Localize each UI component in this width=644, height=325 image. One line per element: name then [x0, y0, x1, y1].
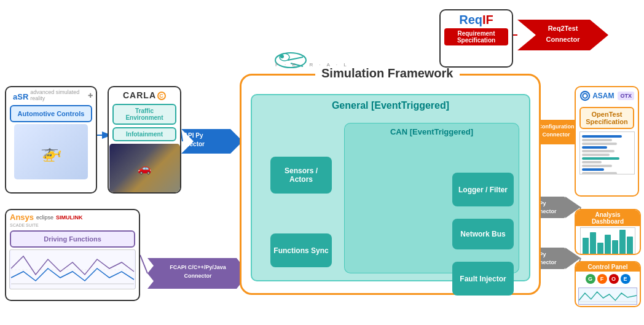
cross-icon: ✚	[88, 92, 93, 99]
opentest-label: OpenTest Specification	[579, 107, 634, 129]
carla-logo: CARLAC	[109, 87, 180, 101]
analysis-dashboard-label: Analysis Dashboard	[576, 210, 640, 226]
infotainment-label: Infotainment	[112, 127, 176, 141]
general-event-box: General [EventTriggered] CAN [EventTrigg…	[251, 94, 530, 281]
logger-filter-box: Logger / Filter	[452, 173, 514, 206]
asam-box: ASAM OTX OpenTest Specification	[575, 86, 639, 197]
feral-subtitle: F · E · R · A · L	[275, 62, 349, 68]
svg-point-31	[280, 55, 284, 58]
fcapi-cpp-arrow	[147, 258, 249, 289]
ansys-text: Ansys	[10, 213, 34, 222]
flying-vehicle-image: 🚁	[14, 124, 88, 179]
req2test-arrow	[517, 20, 608, 50]
feral-logo-icon	[272, 48, 309, 72]
asam-logo-icon	[579, 90, 591, 102]
browser-icons-row: G F O E	[576, 272, 640, 286]
carla-scene-image: 🚗	[109, 144, 180, 193]
reqif-box: ReqIF Requirement Specification	[439, 9, 513, 68]
carla-c-badge: C	[157, 92, 166, 100]
simulation-framework-box: Simulation Framework F · E · R · A · L G…	[240, 74, 541, 295]
ansys-box: Ansys eclipse SIMULINK SCADE SUITE Drivi…	[5, 209, 140, 301]
opentest-lines	[580, 132, 634, 174]
svg-marker-6	[147, 258, 160, 289]
firefox-icon: F	[597, 274, 607, 284]
fault-injector-box: Fault Injector	[452, 262, 514, 296]
svg-point-37	[583, 94, 586, 97]
control-panel-label: Control Panel	[576, 262, 640, 272]
svg-text:FCAPI C/C++/Py/Java: FCAPI C/C++/Py/Java	[170, 264, 227, 270]
reqif-logo: ReqIF	[441, 10, 512, 28]
control-panel-box: Control Panel G F O E	[575, 261, 641, 307]
functions-sync-box: Functions Sync	[270, 233, 332, 267]
ansys-logos-area: Ansys eclipse SIMULINK	[6, 210, 139, 223]
svg-line-29	[288, 57, 303, 60]
requirement-spec-label: Requirement Specification	[444, 28, 508, 45]
svg-text:Connector: Connector	[184, 273, 212, 279]
asr-box: aSR advanced simulated reality ✚ Automot…	[5, 86, 97, 194]
scade-text: SCADE SUITE	[6, 223, 139, 229]
asr-logo: aSR	[9, 90, 28, 101]
carla-box: CARLAC Traffic Environment Infotainment …	[108, 86, 181, 194]
edge-icon: E	[621, 274, 630, 284]
asam-text: ASAM	[592, 92, 614, 100]
driving-waveform	[9, 249, 136, 289]
sensors-actors-box: Sensors / Actors	[270, 157, 332, 194]
automotive-controls-label: Automotive Controls	[10, 105, 92, 122]
fcapi-py-arrow	[181, 129, 243, 154]
opentest-screenshot	[579, 131, 635, 174]
main-diagram: FCAPI Py Connector Configuration Connect…	[0, 0, 644, 325]
general-event-title: General [EventTriggered]	[332, 100, 449, 111]
can-event-title: CAN [EventTriggered]	[390, 127, 473, 136]
analysis-screenshot	[580, 227, 635, 255]
traffic-environment-label: Traffic Environment	[112, 104, 176, 125]
chrome-icon: G	[586, 274, 595, 284]
svg-text:Req2Test: Req2Test	[548, 25, 578, 32]
svg-line-21	[140, 255, 147, 273]
svg-text:Configuration: Configuration	[538, 123, 575, 130]
eclipse-text: eclipse	[36, 214, 53, 221]
driving-functions-label: Driving Functions	[10, 230, 135, 248]
control-waveform-svg	[579, 288, 637, 305]
asr-tagline: advanced simulated reality	[30, 89, 86, 101]
control-waveform	[578, 288, 637, 305]
sim-framework-title: Simulation Framework	[315, 66, 460, 80]
svg-text:Connector: Connector	[543, 131, 570, 138]
can-event-box: CAN [EventTriggered] Logger / Filter Net…	[344, 123, 519, 273]
otx-badge: OTX	[618, 92, 634, 100]
analysis-dashboard-box: Analysis Dashboard	[575, 209, 641, 255]
waveform-svg	[10, 250, 135, 289]
svg-text:Connector: Connector	[546, 36, 581, 43]
simulink-text: SIMULINK	[56, 214, 83, 221]
opera-icon: O	[609, 274, 619, 284]
network-bus-box: Network Bus	[452, 219, 514, 249]
